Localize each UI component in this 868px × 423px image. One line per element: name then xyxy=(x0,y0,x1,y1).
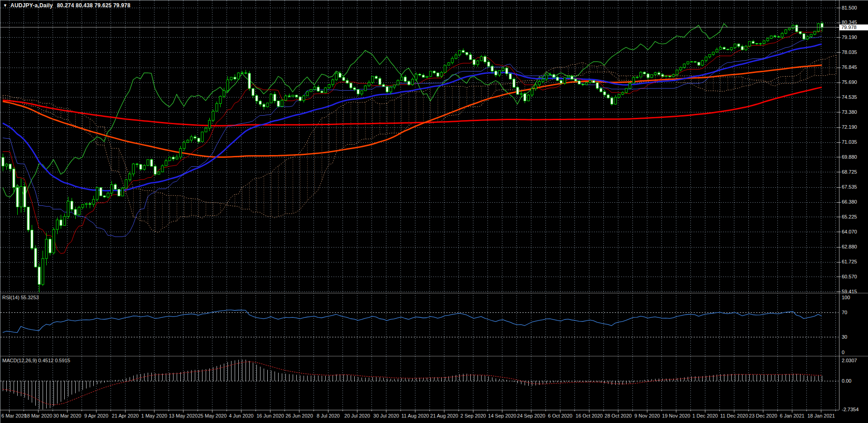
time-tick-label: 19 Nov 2020 xyxy=(662,413,690,419)
price-tick-label: 64.070 xyxy=(842,229,857,235)
time-tick-label: 24 Sep 2020 xyxy=(517,413,545,419)
price-tick-label: 65.225 xyxy=(842,214,857,220)
price-tick-label: 78.035 xyxy=(842,49,857,55)
price-tick-label: 79.190 xyxy=(842,34,857,40)
rsi-indicator-label: RSI(14) 55.3253 xyxy=(2,295,39,300)
price-tick-label: 61.725 xyxy=(842,259,857,265)
symbol-period-title: AUDJPY-a,Daily xyxy=(10,2,53,9)
current-price-tag: 79.978 xyxy=(839,24,868,30)
time-tick-label: 6 Jan 2021 xyxy=(780,413,804,419)
price-tick-label: 60.570 xyxy=(842,274,857,280)
symbol-dropdown-icon[interactable]: ▼ xyxy=(3,3,7,8)
time-tick-label: 18 Jan 2021 xyxy=(807,413,835,419)
macd-tick-label: -2.7354 xyxy=(842,407,858,413)
time-tick-label: 16 Oct 2020 xyxy=(576,413,603,419)
time-tick-label: 6 Mar 2020 xyxy=(1,413,27,419)
price-tick-label: 62.880 xyxy=(842,244,857,250)
time-tick-label: 6 Oct 2020 xyxy=(548,413,573,419)
time-tick-label: 20 Jul 2020 xyxy=(344,413,370,419)
price-tick-label: 71.035 xyxy=(842,139,857,145)
rsi-tick-label: 30 xyxy=(842,334,847,340)
time-tick-label: 11 Aug 2020 xyxy=(401,413,429,419)
macd-tick-label: 2.0307 xyxy=(842,358,857,364)
price-tick-label: 59.415 xyxy=(842,289,857,295)
time-tick-label: 23 Dec 2020 xyxy=(749,413,777,419)
time-tick-label: 21 Aug 2020 xyxy=(430,413,458,419)
price-tick-label: 69.880 xyxy=(842,154,857,160)
time-tick-label: 25 May 2020 xyxy=(198,413,227,419)
rsi-tick-label: 100 xyxy=(842,295,850,301)
chart-plot-area[interactable] xyxy=(0,0,868,423)
price-tick-label: 72.190 xyxy=(842,124,857,130)
time-tick-label: 18 Mar 2020 xyxy=(24,413,53,419)
price-tick-label: 68.725 xyxy=(842,169,857,175)
time-tick-label: 8 Jul 2020 xyxy=(317,413,340,419)
price-tick-label: 76.845 xyxy=(842,64,857,70)
ohlc-readout: 80.274 80.438 79.625 79.978 xyxy=(57,2,130,9)
price-tick-label: 66.380 xyxy=(842,199,857,205)
time-tick-label: 11 Dec 2020 xyxy=(720,413,748,419)
rsi-tick-label: 0 xyxy=(842,350,844,355)
time-tick-label: 13 May 2020 xyxy=(169,413,198,419)
time-tick-label: 21 Apr 2020 xyxy=(112,413,139,419)
time-tick-label: 2 Sep 2020 xyxy=(460,413,486,419)
time-tick-label: 26 Jun 2020 xyxy=(285,413,313,419)
price-tick-label: 75.690 xyxy=(842,79,857,85)
time-tick-label: 14 Sep 2020 xyxy=(488,413,516,419)
price-tick-label: 81.500 xyxy=(842,5,857,11)
macd-indicator-label: MACD(12,26,9) 0.4512 0.5915 xyxy=(2,358,70,363)
time-tick-label: 1 May 2020 xyxy=(141,413,167,419)
time-tick-label: 28 Oct 2020 xyxy=(605,413,632,419)
time-tick-label: 1 Dec 2020 xyxy=(692,413,718,419)
time-tick-label: 30 Mar 2020 xyxy=(53,413,82,419)
time-tick-label: 9 Nov 2020 xyxy=(634,413,660,419)
price-tick-label: 73.380 xyxy=(842,109,857,115)
time-tick-label: 9 Apr 2020 xyxy=(84,413,108,419)
time-tick-label: 30 Jul 2020 xyxy=(373,413,399,419)
time-tick-label: 16 Jun 2020 xyxy=(256,413,284,419)
price-tick-label: 67.535 xyxy=(842,184,857,190)
price-tick-label: 74.535 xyxy=(842,94,857,100)
macd-tick-label: 0.00 xyxy=(842,378,851,384)
chart-title-bar: ▼ AUDJPY-a,Daily 80.274 80.438 79.625 79… xyxy=(3,2,130,9)
rsi-tick-label: 70 xyxy=(842,310,847,316)
trading-chart-window: ▼ AUDJPY-a,Daily 80.274 80.438 79.625 79… xyxy=(0,0,868,423)
time-tick-label: 4 Jun 2020 xyxy=(229,413,253,419)
